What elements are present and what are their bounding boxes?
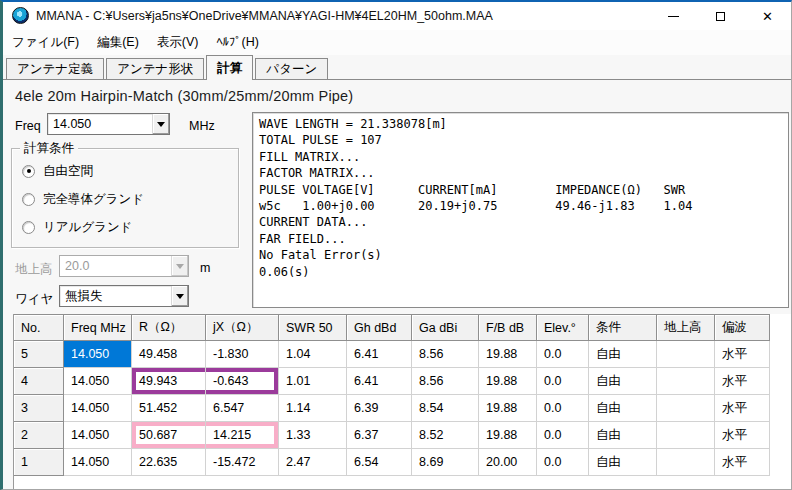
- table-cell[interactable]: 20.00: [479, 449, 537, 476]
- menu-item-file[interactable]: ファイル(F): [3, 30, 88, 55]
- radio-label: 自由空間: [43, 163, 93, 180]
- table-cell[interactable]: 1.01: [279, 368, 347, 395]
- close-button[interactable]: ✕: [744, 2, 791, 30]
- menubar: ファイル(F) 編集(E) 表示(V) ﾍﾙﾌﾟ(H): [3, 30, 791, 55]
- table-cell[interactable]: 19.88: [479, 341, 537, 368]
- table-cell[interactable]: 19.88: [479, 395, 537, 422]
- column-header[interactable]: Elev.°: [537, 314, 589, 341]
- table-cell[interactable]: 自由: [589, 341, 657, 368]
- table-cell[interactable]: 51.452: [132, 395, 206, 422]
- row-header-cell[interactable]: 3: [14, 395, 64, 422]
- column-header[interactable]: SWR 50: [279, 314, 347, 341]
- minimize-button[interactable]: [650, 2, 697, 30]
- table-cell[interactable]: 14.050: [64, 341, 132, 368]
- table-cell[interactable]: 自由: [589, 368, 657, 395]
- table-cell[interactable]: 14.050: [64, 422, 132, 449]
- table-cell[interactable]: 6.547: [206, 395, 279, 422]
- table-cell[interactable]: 水平: [715, 341, 770, 368]
- maximize-button[interactable]: [697, 2, 744, 30]
- column-header[interactable]: 地上高: [657, 314, 715, 341]
- table-cell[interactable]: -0.643: [206, 368, 279, 395]
- tab-antenna-definition[interactable]: アンテナ定義: [6, 58, 104, 79]
- table-cell[interactable]: 0.0: [537, 395, 589, 422]
- table-cell[interactable]: 0.0: [537, 422, 589, 449]
- table-cell[interactable]: 水平: [715, 368, 770, 395]
- column-header[interactable]: jX（Ω）: [206, 314, 279, 341]
- freq-combobox[interactable]: 14.050: [47, 113, 170, 135]
- table-cell[interactable]: 自由: [589, 449, 657, 476]
- column-header[interactable]: 条件: [589, 314, 657, 341]
- table-cell[interactable]: 0.0: [537, 368, 589, 395]
- table-cell[interactable]: 14.215: [206, 422, 279, 449]
- table-cell[interactable]: 8.56: [412, 341, 479, 368]
- radio-option-perfect-ground[interactable]: 完全導体グランド: [22, 191, 144, 207]
- table-cell[interactable]: 2.47: [279, 449, 347, 476]
- menu-item-help[interactable]: ﾍﾙﾌﾟ(H): [207, 30, 267, 55]
- row-header-cell[interactable]: 5: [14, 341, 64, 368]
- table-cell[interactable]: 19.88: [479, 368, 537, 395]
- table-cell[interactable]: 自由: [589, 422, 657, 449]
- antenna-description: 4ele 20m Hairpin-Match (30mm/25mm/20mm P…: [15, 88, 353, 104]
- table-cell[interactable]: [657, 341, 715, 368]
- table-cell[interactable]: 8.56: [412, 368, 479, 395]
- table-cell[interactable]: 水平: [715, 422, 770, 449]
- table-cell[interactable]: 6.54: [347, 449, 412, 476]
- table-cell[interactable]: 8.69: [412, 449, 479, 476]
- freq-dropdown-button[interactable]: [152, 114, 169, 134]
- tab-antenna-shape[interactable]: アンテナ形状: [106, 58, 204, 79]
- row-header-cell[interactable]: 1: [14, 449, 64, 476]
- menu-item-view[interactable]: 表示(V): [148, 30, 208, 55]
- table-cell[interactable]: 水平: [715, 449, 770, 476]
- table-cell[interactable]: 水平: [715, 395, 770, 422]
- table-cell[interactable]: [657, 395, 715, 422]
- table-cell[interactable]: 14.050: [64, 449, 132, 476]
- table-cell[interactable]: 1.14: [279, 395, 347, 422]
- app-window: MMANA - C:¥Users¥ja5ns¥OneDrive¥MMANA¥YA…: [0, 0, 792, 490]
- radio-icon: [22, 193, 35, 206]
- wire-dropdown-button[interactable]: [171, 286, 188, 306]
- table-cell[interactable]: -1.830: [206, 341, 279, 368]
- table-cell[interactable]: 49.458: [132, 341, 206, 368]
- app-icon[interactable]: [12, 7, 29, 24]
- column-header[interactable]: F/B dB: [479, 314, 537, 341]
- tab-pattern[interactable]: パターン: [255, 58, 328, 79]
- table-cell[interactable]: [657, 422, 715, 449]
- table-cell[interactable]: 0.0: [537, 449, 589, 476]
- table-cell[interactable]: 8.52: [412, 422, 479, 449]
- tab-calculate[interactable]: 計算: [206, 55, 253, 80]
- wire-label: ワイヤ: [15, 291, 53, 308]
- radio-option-free-space[interactable]: 自由空間: [22, 163, 93, 179]
- table-cell[interactable]: [657, 368, 715, 395]
- table-cell[interactable]: 50.687: [132, 422, 206, 449]
- column-header[interactable]: No.: [14, 314, 64, 341]
- table-cell[interactable]: 6.41: [347, 368, 412, 395]
- column-header[interactable]: 偏波: [715, 314, 770, 341]
- table-cell[interactable]: 6.41: [347, 341, 412, 368]
- close-icon: ✕: [762, 10, 773, 23]
- table-cell[interactable]: 14.050: [64, 395, 132, 422]
- wire-combobox[interactable]: 無損失: [59, 285, 189, 307]
- radio-option-real-ground[interactable]: リアルグランド: [22, 219, 133, 235]
- table-cell[interactable]: 6.39: [347, 395, 412, 422]
- table-cell[interactable]: -15.472: [206, 449, 279, 476]
- table-cell[interactable]: 8.54: [412, 395, 479, 422]
- table-cell[interactable]: [657, 449, 715, 476]
- table-cell[interactable]: 0.0: [537, 341, 589, 368]
- table-cell[interactable]: 49.943: [132, 368, 206, 395]
- table-cell[interactable]: 自由: [589, 395, 657, 422]
- row-header-cell[interactable]: 4: [14, 368, 64, 395]
- column-header[interactable]: Gh dBd: [347, 314, 412, 341]
- table-cell[interactable]: 1.33: [279, 422, 347, 449]
- table-cell[interactable]: 1.04: [279, 341, 347, 368]
- menu-item-edit[interactable]: 編集(E): [88, 30, 148, 55]
- column-header[interactable]: Ga dBi: [412, 314, 479, 341]
- table-cell[interactable]: 14.050: [64, 368, 132, 395]
- radio-label: 完全導体グランド: [43, 191, 144, 208]
- table-cell[interactable]: 22.635: [132, 449, 206, 476]
- table-cell[interactable]: 6.37: [347, 422, 412, 449]
- row-header-cell[interactable]: 2: [14, 422, 64, 449]
- table-cell[interactable]: 19.88: [479, 422, 537, 449]
- column-header[interactable]: Freq MHz: [64, 314, 132, 341]
- ground-height-value: 20.0: [60, 259, 171, 273]
- column-header[interactable]: R（Ω）: [132, 314, 206, 341]
